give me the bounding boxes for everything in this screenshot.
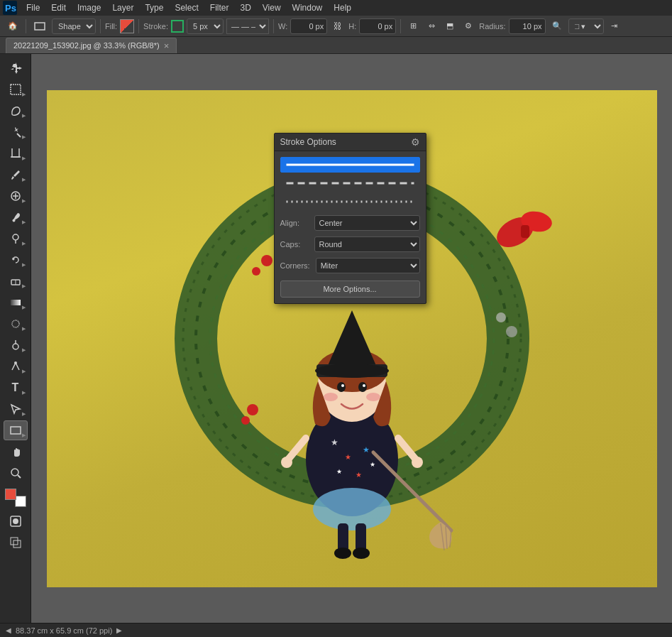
menu-file[interactable]: File	[21, 1, 45, 14]
status-prev-btn[interactable]: ◀	[6, 626, 11, 634]
caps-select[interactable]: Butt Round Square	[314, 236, 420, 252]
link-wh-btn[interactable]: ⛓	[330, 18, 346, 34]
menu-layer[interactable]: Layer	[107, 1, 138, 14]
zoom-preset-btn[interactable]: 🔍	[549, 18, 566, 34]
tool-dodge[interactable]: ▶	[4, 335, 28, 355]
tool-arrow6: ▶	[22, 198, 26, 204]
canvas-area[interactable]: ★ ★ ★ ★ ★ ★	[31, 54, 672, 623]
menu-filter[interactable]: Filter	[205, 1, 234, 14]
bg-color-swatch[interactable]	[15, 496, 26, 507]
tool-brush[interactable]: ▶	[4, 207, 28, 227]
path-ops-btn[interactable]: ⊞	[405, 18, 421, 34]
home-btn[interactable]: 🏠	[4, 18, 21, 34]
tool-selection[interactable]: ▶	[4, 80, 28, 99]
svg-rect-3	[11, 85, 21, 94]
stroke-dash-select[interactable]: — — — ───── · · · ·	[226, 18, 269, 34]
shape-thumbnail[interactable]	[31, 18, 49, 34]
h-label: H:	[348, 22, 356, 31]
tool-arrow12: ▶	[22, 326, 26, 332]
radius-input[interactable]: 10 px	[509, 18, 546, 34]
menu-select[interactable]: Select	[170, 1, 203, 14]
height-input[interactable]: 0 px	[359, 18, 396, 34]
shape-mode-select[interactable]: Shape Path Pixels	[52, 18, 96, 34]
tool-clone-stamp[interactable]: ▶	[4, 229, 28, 249]
stroke-options-panel: Stroke Options ⚙	[274, 133, 426, 304]
svg-point-16	[13, 344, 18, 349]
svg-text:★: ★	[356, 471, 362, 479]
status-next-btn[interactable]: ▶	[116, 626, 122, 634]
sep2	[100, 19, 101, 33]
settings-btn[interactable]: ⚙	[461, 18, 476, 34]
svg-point-8	[12, 219, 15, 222]
more-options-btn[interactable]: More Options...	[280, 281, 420, 298]
align-select[interactable]: Inside Center Outside	[314, 215, 420, 231]
path-arrange-btn[interactable]: ⬒	[442, 18, 458, 34]
corners-select[interactable]: Miter Round Bevel	[316, 258, 420, 273]
panel-settings-btn[interactable]: ⚙	[411, 136, 420, 148]
tool-hand[interactable]	[4, 442, 28, 462]
fill-swatch[interactable]	[120, 19, 134, 33]
tool-eyedropper[interactable]: ▶	[4, 165, 28, 185]
menu-view[interactable]: View	[258, 1, 286, 14]
tool-blur[interactable]: ▶	[4, 314, 28, 334]
stroke-solid-option[interactable]	[280, 157, 420, 173]
caps-row: Caps: Butt Round Square	[280, 236, 420, 252]
menu-edit[interactable]: Edit	[46, 1, 71, 14]
doc-tab[interactable]: 20221209_153902.jpg @ 33.3% (RGB/8*) ×	[6, 38, 177, 53]
tool-path-selection[interactable]: ▶	[4, 399, 28, 419]
tool-magic-wand[interactable]: ▶	[4, 122, 28, 142]
menu-3d[interactable]: 3D	[235, 1, 255, 14]
stroke-label: Stroke:	[143, 22, 168, 31]
svg-point-58	[358, 382, 367, 392]
width-input[interactable]: 0 px	[290, 18, 327, 34]
tool-screens[interactable]	[4, 533, 28, 552]
view-mode-select[interactable]: □ ▾	[568, 18, 604, 34]
menu-window[interactable]: Window	[287, 1, 328, 14]
photo-canvas: ★ ★ ★ ★ ★ ★	[47, 90, 657, 587]
tool-eraser[interactable]: ▶	[4, 271, 28, 291]
stroke-panel-header: Stroke Options ⚙	[275, 134, 426, 151]
stroke-swatch[interactable]	[171, 20, 184, 33]
tool-type[interactable]: T ▶	[4, 378, 28, 398]
svg-rect-32	[521, 225, 529, 238]
type-icon-letter: T	[12, 381, 19, 394]
align-row: Align: Inside Center Outside	[280, 215, 420, 231]
tool-rectangle[interactable]: ▶	[4, 420, 28, 440]
fg-color-swatch[interactable]	[5, 489, 16, 500]
tool-arrow2: ▶	[22, 113, 26, 119]
menu-image[interactable]: Image	[72, 1, 106, 14]
extra-btn[interactable]: ⇥	[607, 18, 622, 34]
stroke-size-select[interactable]: 5 px 1 px 3 px 10 px	[187, 18, 224, 34]
svg-point-18	[14, 361, 17, 364]
tool-move[interactable]	[4, 58, 28, 78]
corners-row: Corners: Miter Round Bevel	[280, 258, 420, 273]
path-align-btn[interactable]: ⇔	[424, 18, 439, 34]
color-swatches[interactable]	[5, 489, 26, 507]
align-label: Align:	[280, 219, 309, 227]
svg-text:★: ★	[363, 445, 370, 454]
tool-gradient[interactable]: ▶	[4, 293, 28, 312]
tool-zoom[interactable]	[4, 463, 28, 483]
tool-history-brush[interactable]: ▶	[4, 250, 28, 270]
tool-crop[interactable]: ▶	[4, 143, 28, 163]
doc-tab-close[interactable]: ×	[164, 40, 170, 51]
tool-arrow9: ▶	[22, 262, 26, 268]
tool-lasso[interactable]: ▶	[4, 101, 28, 121]
menu-help[interactable]: Help	[329, 1, 356, 14]
doc-tab-filename: 20221209_153902.jpg @ 33.3% (RGB/8*)	[13, 41, 160, 50]
menu-bar: Ps File Edit Image Layer Type Select Fil…	[0, 0, 672, 16]
doc-tabs: 20221209_153902.jpg @ 33.3% (RGB/8*) ×	[0, 37, 672, 54]
menu-type[interactable]: Type	[140, 1, 168, 14]
svg-rect-2	[35, 23, 45, 30]
tool-mask[interactable]	[4, 511, 28, 531]
stroke-dashed-option[interactable]	[280, 175, 420, 191]
svg-point-61	[324, 393, 338, 401]
tool-healing[interactable]: ▶	[4, 186, 28, 206]
tool-pen[interactable]: ▶	[4, 356, 28, 376]
sep4	[273, 19, 274, 33]
svg-rect-64	[356, 523, 366, 552]
svg-rect-25	[13, 540, 21, 548]
stroke-dotted-option[interactable]	[280, 194, 420, 209]
svg-rect-19	[11, 427, 21, 434]
svg-text:★: ★	[370, 461, 375, 468]
